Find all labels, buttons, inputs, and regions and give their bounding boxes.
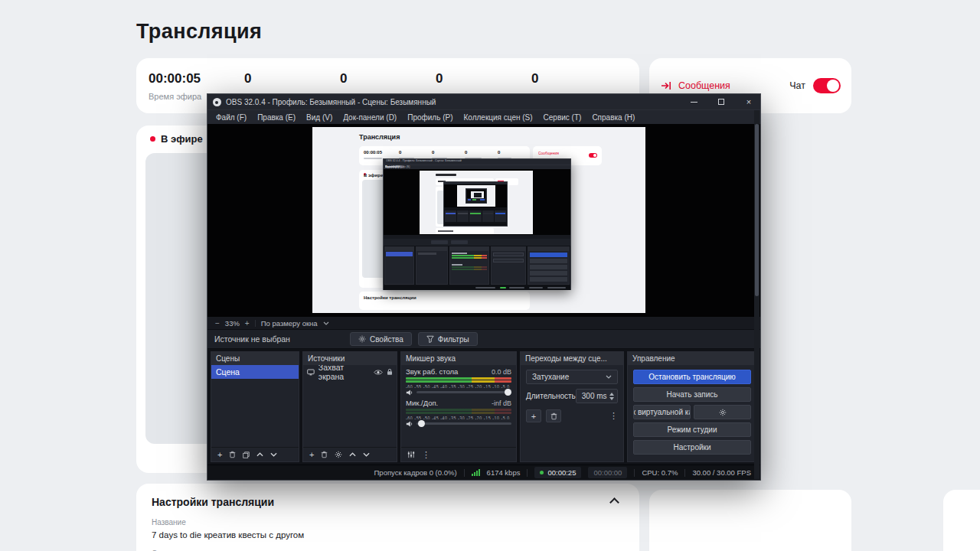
fit-to-window-label[interactable]: По размеру окна [261, 319, 318, 328]
stop-streaming-button[interactable]: Остановить трансляцию [633, 370, 751, 384]
source-properties-icon[interactable] [335, 451, 342, 458]
source-down-icon[interactable] [363, 452, 370, 457]
maximize-button[interactable] [710, 94, 733, 109]
gear-icon [719, 409, 727, 416]
signal-bars-icon [472, 469, 480, 476]
transition-select[interactable]: Затухание [526, 370, 618, 384]
virtual-camera-button[interactable]: Запуск виртуальной камеры [633, 405, 691, 419]
menu-file[interactable]: Файл (F) [211, 113, 252, 122]
virtual-camera-config-button[interactable] [694, 405, 751, 419]
menu-scene-collection[interactable]: Коллекция сцен (S) [458, 113, 537, 122]
mixer-dock-header[interactable]: Микшер звука [401, 352, 516, 365]
messages-label: Сообщения [678, 80, 730, 91]
desktop-volume-slider[interactable] [416, 391, 511, 393]
menu-docks[interactable]: Док-панели (D) [338, 113, 402, 122]
scene-down-icon[interactable] [270, 452, 277, 457]
chat-toggle[interactable] [813, 78, 841, 93]
mic-audio-meter [406, 409, 511, 411]
meter-scale: -60 -55 -50 -45 -40 -35 -30 -25 -20 -15 … [406, 414, 511, 419]
collapse-chevron-icon[interactable] [609, 497, 619, 507]
obs-logo-icon [213, 98, 221, 106]
dropped-frames: Пропуск кадров 0 (0.0%) [374, 468, 457, 477]
transitions-dock-header[interactable]: Переходы между сце... [521, 352, 623, 365]
obs-title-bar[interactable]: OBS 32.0.4 - Профиль: Безымянный - Сцены… [207, 94, 760, 109]
remove-scene-icon[interactable] [229, 451, 236, 458]
meter-scale: -60 -55 -50 -45 -40 -35 -30 -25 -20 -15 … [406, 383, 511, 388]
source-item[interactable]: Захват экрана [303, 365, 397, 379]
sources-dock: Источники Захват экрана + [302, 351, 397, 462]
stream-name-value[interactable]: 7 days to die креатив квесты с другом [152, 530, 624, 540]
settings-button[interactable]: Настройки [633, 440, 751, 455]
caret-down-icon [323, 321, 329, 325]
controls-dock: Управление Остановить трансляцию Начать … [627, 351, 757, 462]
obs-status-bar: Пропуск кадров 0 (0.0%) 6174 kbps 00:00:… [207, 465, 760, 480]
advanced-audio-icon[interactable] [407, 451, 415, 458]
menu-edit[interactable]: Правка (E) [252, 113, 301, 122]
right-bottom-card [649, 490, 851, 551]
duplicate-scene-icon[interactable] [243, 452, 250, 458]
add-transition-icon[interactable]: + [526, 409, 541, 422]
messages-link[interactable]: Сообщения [660, 80, 730, 92]
source-up-icon[interactable] [349, 452, 356, 457]
chat-label: Чат [789, 80, 805, 91]
audio-mixer-dock: Микшер звука Звук раб. стола 0.0 dB -60 … [400, 351, 517, 462]
sources-dock-header[interactable]: Источники [303, 352, 397, 365]
mic-volume-slider[interactable] [416, 422, 511, 425]
obs-menu-bar: Файл (F) Правка (E) Вид (V) Док-панели (… [207, 109, 760, 124]
transitions-dock: Переходы между сце... Затухание Длительн… [520, 351, 624, 462]
visibility-eye-icon[interactable] [374, 369, 383, 376]
scrollbar-track[interactable] [754, 110, 760, 479]
far-right-card [943, 490, 980, 551]
source-status: Источник не выбран [214, 334, 290, 344]
lock-icon[interactable] [387, 368, 393, 376]
close-button[interactable]: × [737, 94, 760, 109]
menu-help[interactable]: Справка (H) [586, 113, 640, 122]
record-timer: 00:00:00 [588, 467, 627, 478]
minimize-button[interactable] [682, 94, 705, 109]
obs-preview-canvas[interactable]: Трансляция 00:00:05 0 0 0 0 Сообщения В … [207, 124, 760, 317]
source-action-bar: Источник не выбран Свойства Фильтры [207, 329, 760, 349]
filters-button[interactable]: Фильтры [418, 332, 478, 346]
gear-icon [358, 335, 366, 343]
duration-spinbox[interactable]: 300 ms [576, 389, 618, 403]
cpu-usage: CPU: 0.7% [642, 468, 678, 477]
menu-view[interactable]: Вид (V) [301, 113, 338, 122]
scrollbar-thumb[interactable] [755, 124, 759, 296]
live-dot [150, 136, 155, 142]
add-source-icon[interactable]: + [309, 451, 314, 459]
controls-dock-header[interactable]: Управление [628, 352, 756, 365]
zoom-out-icon[interactable]: − [215, 319, 220, 328]
mixer-channel-desktop: Звук раб. стола 0.0 dB -60 -55 -50 -45 -… [406, 367, 511, 396]
transition-kebab-icon[interactable]: ⋮ [609, 412, 618, 420]
speaker-icon[interactable] [406, 420, 413, 428]
mini-captured-screen-2 [420, 171, 533, 234]
live-indicator-dot [540, 471, 544, 474]
stream-name-label: Название [152, 518, 624, 527]
remove-source-icon[interactable] [321, 451, 328, 458]
speaker-icon[interactable] [406, 389, 413, 396]
start-recording-button[interactable]: Начать запись [633, 387, 751, 402]
display-icon [307, 369, 315, 376]
mini-obs-window: OBS 32.0.4 - Профиль: Безымянный - Сцены… [383, 158, 571, 290]
spin-up-icon[interactable] [609, 393, 614, 396]
mini-obs-window-4 [466, 188, 487, 204]
scenes-dock-header[interactable]: Сцены [211, 352, 299, 365]
menu-tools[interactable]: Сервис (T) [538, 113, 587, 122]
scene-up-icon[interactable] [256, 452, 263, 457]
captured-screen: Трансляция 00:00:05 0 0 0 0 Сообщения В … [312, 127, 645, 313]
desktop-audio-level: 0.0 dB [492, 368, 511, 376]
add-scene-icon[interactable]: + [217, 451, 222, 459]
studio-mode-button[interactable]: Режим студии [633, 422, 751, 437]
sources-toolbar: + [303, 447, 397, 461]
spin-down-icon[interactable] [609, 397, 614, 400]
menu-profile[interactable]: Профиль (P) [402, 113, 458, 122]
stream-settings-title: Настройки трансляции [152, 496, 274, 508]
zoom-in-icon[interactable]: + [245, 319, 250, 328]
mic-audio-level: -inf dB [492, 399, 511, 407]
scene-item[interactable]: Сцена [211, 365, 299, 379]
preview-zoom-bar: − 33% + По размеру окна [207, 317, 760, 329]
remove-transition-icon[interactable] [546, 409, 561, 422]
mixer-kebab-icon[interactable]: ⋮ [422, 451, 430, 459]
properties-button[interactable]: Свойства [350, 332, 412, 346]
obs-window-title: OBS 32.0.4 - Профиль: Безымянный - Сцены… [226, 98, 678, 106]
